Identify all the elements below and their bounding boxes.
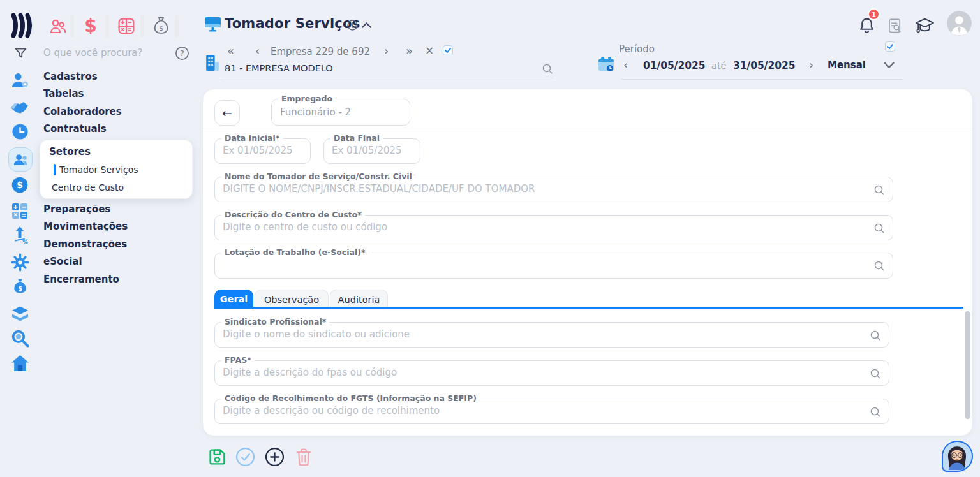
info-icon[interactable] <box>347 20 358 31</box>
centro-custo-search-icon[interactable] <box>873 223 885 234</box>
tab-observacao[interactable]: Observação <box>255 290 329 309</box>
payroll-dollar-icon[interactable]: $ <box>83 15 98 37</box>
time-clock-icon[interactable] <box>11 123 29 140</box>
tomador-search-icon[interactable] <box>873 184 885 196</box>
collapse-chevron-up-icon[interactable] <box>361 22 372 29</box>
period-mode-select[interactable]: Mensal <box>828 59 866 71</box>
card-scrollbar[interactable] <box>965 311 970 419</box>
empregado-field[interactable]: Empregado Funcionário - 2 <box>271 99 410 126</box>
fgts-field[interactable]: Código de Recolhimento do FGTS (Informaç… <box>214 399 889 424</box>
last-record-icon[interactable]: » <box>406 45 413 57</box>
page-title: Tomador Serviços <box>225 16 360 31</box>
user-avatar[interactable] <box>947 11 972 36</box>
back-button[interactable]: ← <box>214 100 240 126</box>
home-icon[interactable] <box>11 355 29 372</box>
company-filter-checkbox[interactable] <box>443 45 453 55</box>
tomador-servicos-form-card: ← Empregado Funcionário - 2 Data Inicial… <box>203 89 972 436</box>
sidebar-item-encerramento[interactable]: Encerramento <box>43 274 119 285</box>
fgts-input[interactable] <box>223 405 861 416</box>
audit-log-icon[interactable] <box>888 18 903 34</box>
centro-custo-input[interactable] <box>223 221 865 233</box>
fpas-input[interactable] <box>223 367 861 378</box>
people-module-icon[interactable] <box>49 17 67 35</box>
previous-period-icon[interactable]: ‹ <box>623 59 628 71</box>
period-underline <box>621 79 903 80</box>
next-record-icon[interactable]: › <box>384 45 389 57</box>
sidebar-item-tabelas[interactable]: Tabelas <box>43 88 84 99</box>
save-button[interactable] <box>208 448 226 466</box>
tab-auditoria[interactable]: Auditoria <box>330 290 388 309</box>
closing-money-bag-icon[interactable]: $ <box>12 277 28 296</box>
tomador-input[interactable] <box>223 183 865 194</box>
submenu-item-tomador-servicos[interactable]: Tomador Serviços <box>59 165 138 175</box>
layers-icon[interactable] <box>11 305 29 322</box>
submenu-title-setores[interactable]: Setores <box>49 146 91 158</box>
previous-record-icon[interactable]: ‹ <box>255 45 260 57</box>
training-graduation-cap-icon[interactable] <box>915 17 935 34</box>
sidebar-item-movimentacoes[interactable]: Movimentações <box>43 221 128 232</box>
sectors-active-rail-item[interactable] <box>8 147 33 172</box>
clear-company-icon[interactable]: × <box>425 45 434 56</box>
company-search-icon[interactable] <box>542 63 553 75</box>
first-record-icon[interactable]: « <box>227 45 234 57</box>
header-divider <box>203 128 972 128</box>
tomador-field[interactable]: Nome do Tomador de Serviço/Constr. Civil <box>214 177 893 202</box>
filter-icon[interactable] <box>14 46 27 61</box>
period-checkbox[interactable] <box>885 41 895 52</box>
movements-trend-icon[interactable]: % <box>12 226 28 244</box>
company-underline <box>220 78 554 78</box>
assistant-avatar[interactable] <box>942 441 973 472</box>
sindicato-search-icon[interactable] <box>870 330 881 341</box>
tab-geral[interactable]: Geral <box>214 290 253 309</box>
fpas-search-icon[interactable] <box>870 368 881 379</box>
sidebar-search-input[interactable]: O que você procura? <box>43 47 143 59</box>
lotacao-input[interactable] <box>223 259 865 270</box>
company-building-icon <box>204 54 220 72</box>
fpas-field[interactable]: FPAS* <box>214 360 889 386</box>
sindicato-input[interactable] <box>223 328 861 340</box>
help-icon[interactable]: ? <box>175 46 189 61</box>
sindicato-field[interactable]: Sindicato Profissional* <box>214 322 889 348</box>
registrations-icon[interactable] <box>11 71 29 90</box>
sidebar-item-demonstracoes[interactable]: Demonstrações <box>43 238 127 250</box>
submenu-item-centro-de-custo[interactable]: Centro de Custo <box>52 182 124 193</box>
svg-text:$: $ <box>18 285 22 292</box>
sidebar-item-colaboradores[interactable]: Colaboradores <box>43 106 122 117</box>
centro-custo-field[interactable]: Descrição do Centro de Custo* <box>214 215 893 240</box>
money-bag-module-icon[interactable]: $ <box>152 16 170 36</box>
fgts-label: Código de Recolhimento do FGTS (Informaç… <box>221 393 480 403</box>
esocial-gear-icon[interactable] <box>11 253 29 272</box>
app-logo[interactable] <box>10 13 32 38</box>
record-position-label: Empresa 229 de 692 <box>271 46 370 57</box>
notification-badge: 1 <box>868 8 880 20</box>
company-name[interactable]: 81 - EMPRESA MODELO <box>225 63 333 73</box>
period-end-date[interactable]: 31/05/2025 <box>733 60 796 71</box>
period-start-date[interactable]: 01/05/2025 <box>643 60 706 71</box>
monitor-icon <box>204 17 221 33</box>
confirm-button[interactable] <box>235 447 255 467</box>
divider <box>70 15 74 37</box>
finance-coin-icon[interactable]: $ <box>11 177 28 193</box>
sidebar-item-contratuais[interactable]: Contratuais <box>43 123 107 135</box>
delete-button[interactable] <box>295 448 313 467</box>
fgts-search-icon[interactable] <box>870 406 881 418</box>
data-inicial-input[interactable] <box>223 145 304 156</box>
add-button[interactable] <box>265 447 285 467</box>
lotacao-search-icon[interactable] <box>873 260 885 272</box>
back-arrow-icon: ← <box>222 106 232 120</box>
preparations-calculator-icon[interactable] <box>11 203 28 219</box>
data-inicial-field[interactable]: Data Inicial* <box>214 138 311 164</box>
lotacao-field[interactable]: Lotação de Trabalho (e-Social)* <box>214 253 893 279</box>
search-rail-icon[interactable] <box>11 329 29 348</box>
next-period-icon[interactable]: › <box>809 59 813 71</box>
data-final-field[interactable]: Data Final <box>323 138 420 164</box>
data-final-input[interactable] <box>332 145 413 156</box>
handshake-icon[interactable] <box>9 98 29 116</box>
sidebar-item-cadastros[interactable]: Cadastros <box>43 71 98 82</box>
svg-text:?: ? <box>180 49 184 58</box>
sidebar-item-esocial[interactable]: eSocial <box>43 256 82 267</box>
period-chevron-down-icon[interactable] <box>883 61 895 69</box>
sidebar-item-preparacoes[interactable]: Preparações <box>43 203 110 215</box>
tab-underline <box>214 307 963 309</box>
calculator-module-icon[interactable] <box>118 18 135 34</box>
